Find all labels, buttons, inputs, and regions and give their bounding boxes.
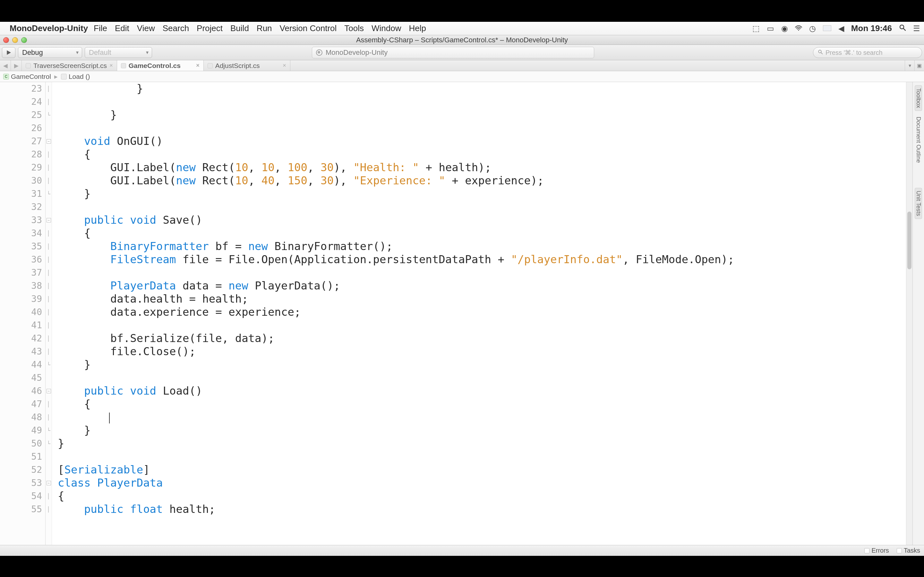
- errors-pad-button[interactable]: Errors: [864, 547, 889, 554]
- window-title: Assembly-CSharp – Scripts/GameControl.cs…: [0, 36, 924, 44]
- flag-icon[interactable]: [823, 24, 831, 33]
- tab-overflow-button[interactable]: ▾: [905, 60, 914, 71]
- app-menu[interactable]: MonoDevelop-Unity: [10, 23, 88, 33]
- search-icon: [818, 49, 823, 56]
- svg-point-4: [819, 50, 821, 53]
- configuration-label: Debug: [22, 48, 43, 57]
- breadcrumb-member[interactable]: Load (): [61, 73, 90, 81]
- menu-version-control[interactable]: Version Control: [280, 23, 337, 33]
- svg-line-2: [903, 29, 905, 31]
- volume-icon[interactable]: ◀: [838, 24, 844, 33]
- breadcrumb-type[interactable]: C GameControl: [3, 73, 51, 81]
- close-icon[interactable]: ×: [110, 62, 113, 69]
- editor-tabstrip: ◀ ▶ TraverseScreenScript.cs × GameContro…: [0, 60, 924, 71]
- csharp-file-icon: [121, 63, 126, 68]
- menu-project[interactable]: Project: [197, 23, 223, 33]
- chevron-right-icon: ▸: [54, 73, 58, 81]
- configuration-selector[interactable]: Debug: [18, 47, 82, 58]
- close-icon[interactable]: ×: [196, 62, 200, 69]
- notification-center-icon[interactable]: ☰: [913, 24, 920, 33]
- class-icon: C: [3, 74, 9, 79]
- fold-gutter[interactable]: ││└−│││└−││││││││││└−││└└−││: [45, 82, 52, 545]
- toolbar: Debug Default MonoDevelop-Unity Press '⌘…: [0, 45, 924, 60]
- code-editor[interactable]: 2324252627282930313233343536373839404142…: [0, 82, 913, 545]
- window-titlebar: Assembly-CSharp – Scripts/GameControl.cs…: [0, 35, 924, 45]
- nav-forward-button[interactable]: ▶: [11, 60, 22, 71]
- menu-view[interactable]: View: [137, 23, 155, 33]
- scrollbar-thumb[interactable]: [907, 211, 911, 269]
- svg-marker-3: [7, 50, 11, 55]
- tab-label: GameControl.cs: [129, 62, 181, 69]
- errors-label: Errors: [871, 547, 889, 554]
- menu-edit[interactable]: Edit: [115, 23, 129, 33]
- tasks-pad-button[interactable]: Tasks: [897, 547, 920, 554]
- code-area[interactable]: } } void OnGUI() { GUI.Label(new Rect(10…: [52, 82, 913, 545]
- panel-document-outline[interactable]: Document Outline: [915, 114, 922, 165]
- panel-unit-tests[interactable]: Unit Tests: [915, 188, 922, 219]
- menu-tools[interactable]: Tools: [344, 23, 364, 33]
- panel-toolbox[interactable]: Toolbox: [915, 85, 922, 111]
- search-input[interactable]: Press '⌘.' to search: [813, 47, 922, 58]
- target-label: Default: [89, 48, 111, 57]
- csharp-file-icon: [208, 63, 213, 68]
- clock[interactable]: Mon 19:46: [851, 23, 892, 33]
- close-icon[interactable]: ×: [283, 62, 286, 69]
- menu-build[interactable]: Build: [230, 23, 249, 33]
- menu-run[interactable]: Run: [257, 23, 272, 33]
- macos-menubar: MonoDevelop-Unity File Edit View Search …: [0, 22, 924, 35]
- status-box: MonoDevelop-Unity: [312, 47, 594, 58]
- fold-toggle[interactable]: −: [47, 389, 51, 393]
- nav-back-button[interactable]: ◀: [0, 60, 11, 71]
- line-number-gutter: 2324252627282930313233343536373839404142…: [0, 82, 45, 545]
- menu-file[interactable]: File: [94, 23, 107, 33]
- solution-pad-icon[interactable]: ▣: [914, 60, 924, 71]
- vertical-scrollbar[interactable]: [906, 82, 913, 545]
- run-button[interactable]: [2, 47, 15, 58]
- tab-gamecontrol[interactable]: GameControl.cs ×: [117, 60, 204, 71]
- dropbox-icon[interactable]: ⬚: [752, 24, 760, 33]
- svg-point-0: [798, 29, 799, 31]
- status-text: MonoDevelop-Unity: [326, 48, 388, 57]
- menu-help[interactable]: Help: [409, 23, 426, 33]
- tab-label: TraverseScreenScript.cs: [33, 62, 107, 69]
- errors-icon: [864, 548, 869, 553]
- fold-toggle[interactable]: −: [47, 481, 51, 485]
- fold-toggle[interactable]: −: [47, 139, 51, 143]
- spotlight-icon[interactable]: [899, 24, 906, 33]
- fold-toggle[interactable]: −: [47, 218, 51, 222]
- menu-window[interactable]: Window: [372, 23, 401, 33]
- tasks-label: Tasks: [904, 547, 920, 554]
- target-selector[interactable]: Default: [85, 47, 152, 58]
- sync-icon[interactable]: ◉: [781, 24, 788, 33]
- breadcrumb: C GameControl ▸ Load (): [0, 71, 924, 82]
- svg-line-5: [821, 53, 822, 54]
- menu-search[interactable]: Search: [163, 23, 189, 33]
- breadcrumb-file-label: GameControl: [11, 73, 51, 81]
- breadcrumb-member-label: Load (): [69, 73, 90, 81]
- timemachine-icon[interactable]: ◷: [809, 24, 816, 33]
- tab-traverse[interactable]: TraverseScreenScript.cs ×: [22, 60, 117, 71]
- tasks-icon: [897, 548, 902, 553]
- status-bar: Errors Tasks: [0, 545, 924, 556]
- right-panel-strip: Toolbox Document Outline Unit Tests: [913, 82, 924, 545]
- tab-adjust[interactable]: AdjustScript.cs ×: [204, 60, 290, 71]
- status-icon: [316, 49, 322, 56]
- method-icon: [61, 74, 67, 79]
- display-icon[interactable]: ▭: [767, 24, 774, 33]
- search-placeholder: Press '⌘.' to search: [825, 49, 883, 56]
- csharp-file-icon: [26, 63, 31, 68]
- wifi-icon[interactable]: [795, 24, 802, 33]
- tab-label: AdjustScript.cs: [215, 62, 260, 69]
